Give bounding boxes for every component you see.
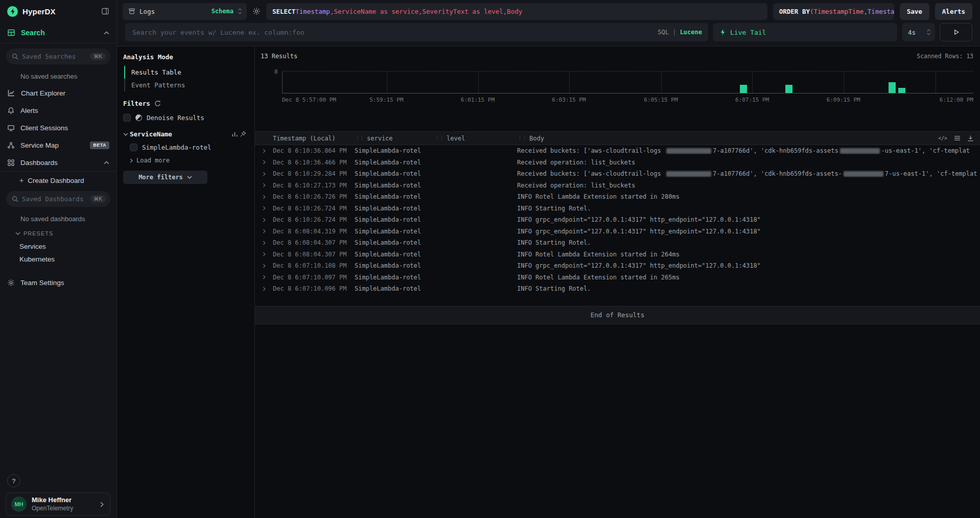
saved-searches-input[interactable] — [22, 53, 86, 60]
row-density-icon[interactable] — [954, 135, 961, 141]
row-expand-chevron-icon[interactable] — [255, 218, 273, 222]
table-row[interactable]: Dec 8 6:10:27.173 PMSimpleLambda-rotelRe… — [255, 180, 980, 192]
table-row[interactable]: Dec 8 6:07:10.108 PMSimpleLambda-rotelIN… — [255, 260, 980, 272]
row-expand-chevron-icon[interactable] — [255, 195, 273, 199]
chart-plot[interactable]: 8 — [282, 71, 973, 93]
preset-services[interactable]: Services — [0, 240, 116, 253]
cmd-k-badge: ⌘K — [90, 195, 106, 203]
sidebar-item-service-map[interactable]: Service Map BETA — [0, 136, 116, 154]
bell-icon — [7, 107, 15, 114]
alerts-button[interactable]: Alerts — [935, 3, 972, 20]
schema-link[interactable]: Schema — [212, 8, 234, 15]
select-carets-icon — [926, 29, 931, 35]
sidebar-item-alerts[interactable]: Alerts — [0, 102, 116, 119]
table-row[interactable]: Dec 8 6:08:04.319 PMSimpleLambda-rotelIN… — [255, 226, 980, 238]
table-body: Dec 8 6:10:36.864 PMSimpleLambda-rotelRe… — [255, 145, 980, 295]
saved-searches-search[interactable]: ⌘K — [6, 49, 110, 64]
create-dashboard-button[interactable]: + Create Dashboard — [0, 172, 116, 189]
live-tail-button[interactable]: Live Tail — [713, 23, 897, 41]
results-histogram: 8 Dec 8 5:57:00 PM5:59:15 PM6:01:15 PM6:… — [282, 71, 973, 105]
row-expand-chevron-icon[interactable] — [255, 252, 273, 256]
lang-sql[interactable]: SQL — [658, 29, 669, 36]
event-search-box[interactable]: SQL | Lucene — [125, 23, 708, 41]
analysis-mode-event-patterns[interactable]: Event Patterns — [124, 79, 246, 91]
histogram-bar[interactable] — [740, 85, 747, 93]
query-token: ServiceName as service — [334, 8, 418, 15]
save-button[interactable]: Save — [900, 3, 929, 20]
preset-kubernetes[interactable]: Kubernetes — [0, 253, 116, 266]
more-filters-button[interactable]: More filters — [123, 171, 207, 184]
denoise-checkbox[interactable] — [123, 114, 131, 122]
order-by-editor[interactable]: ORDER BY (TimestampTime, Timestamp) DESC — [773, 3, 894, 20]
load-more-button[interactable]: Load more — [130, 157, 246, 164]
row-expand-chevron-icon[interactable] — [255, 241, 273, 245]
row-expand-chevron-icon[interactable] — [255, 264, 273, 268]
select-carets-icon — [238, 8, 242, 14]
refresh-icon[interactable] — [154, 100, 161, 107]
facet-value-checkbox[interactable] — [130, 144, 137, 151]
sidebar-item-client-sessions[interactable]: Client Sessions — [0, 119, 116, 136]
table-row[interactable]: Dec 8 6:10:26.724 PMSimpleLambda-rotelIN… — [255, 214, 980, 226]
table-row[interactable]: Dec 8 6:08:04.307 PMSimpleLambda-rotelIN… — [255, 237, 980, 249]
sidebar-item-search[interactable]: Search — [0, 22, 116, 43]
drag-handle-icon[interactable]: ⋮⋮ — [517, 135, 526, 142]
row-expand-chevron-icon[interactable] — [255, 275, 273, 279]
row-expand-chevron-icon[interactable] — [255, 287, 273, 291]
analysis-mode-results-table[interactable]: Results Table — [124, 66, 246, 79]
help-button[interactable]: ? — [7, 474, 20, 487]
refresh-interval-select[interactable]: 4s — [902, 23, 935, 41]
row-expand-chevron-icon[interactable] — [255, 183, 273, 187]
event-search-input[interactable] — [132, 29, 652, 36]
user-card[interactable]: MH Mike Heffner OpenTelemetry — [6, 492, 110, 516]
source-select[interactable]: Logs Schema — [123, 3, 247, 20]
source-settings-gear-icon[interactable] — [252, 7, 261, 15]
histogram-bar[interactable] — [889, 82, 896, 93]
table-row[interactable]: Dec 8 6:10:36.864 PMSimpleLambda-rotelRe… — [255, 145, 980, 157]
sidebar-item-team-settings[interactable]: Team Settings — [0, 274, 116, 291]
table-row[interactable]: Dec 8 6:08:04.307 PMSimpleLambda-rotelIN… — [255, 249, 980, 261]
row-expand-chevron-icon[interactable] — [255, 229, 273, 233]
row-expand-chevron-icon[interactable] — [255, 172, 273, 176]
x-axis-tick: 6:03:15 PM — [552, 97, 586, 103]
presets-toggle[interactable]: PRESETS — [0, 227, 116, 240]
cell-body: INFO Rotel Lambda Extension started in 2… — [517, 274, 980, 281]
drag-handle-icon[interactable]: ⋮⋮ — [355, 135, 364, 142]
table-row[interactable]: Dec 8 6:07:10.096 PMSimpleLambda-rotelIN… — [255, 283, 980, 295]
sidebar-item-dashboards[interactable]: Dashboards — [0, 154, 116, 171]
lang-lucene[interactable]: Lucene — [680, 29, 702, 36]
table-row[interactable]: Dec 8 6:10:29.284 PMSimpleLambda-rotelRe… — [255, 168, 980, 180]
table-row[interactable]: Dec 8 6:10:26.724 PMSimpleLambda-rotelIN… — [255, 203, 980, 215]
table-row[interactable]: Dec 8 6:10:36.466 PMSimpleLambda-rotelRe… — [255, 157, 980, 169]
saved-dashboards-search[interactable]: ⌘K — [6, 191, 110, 207]
cell-service: SimpleLambda-rotel — [355, 216, 434, 223]
histogram-bar[interactable] — [898, 88, 905, 93]
chevron-up-icon[interactable] — [104, 31, 109, 35]
sidebar-item-chart-explorer[interactable]: Chart Explorer — [0, 84, 116, 102]
chevron-up-icon[interactable] — [104, 161, 109, 164]
cell-body: INFO grpc_endpoint="127.0.0.1:4317" http… — [517, 228, 980, 235]
facet-servicename-header[interactable]: ServiceName — [123, 130, 246, 138]
col-header-timestamp[interactable]: Timestamp (Local) — [273, 135, 355, 142]
facet-chart-icon[interactable] — [231, 131, 238, 137]
code-view-icon[interactable]: </> — [938, 135, 947, 141]
pin-icon[interactable] — [240, 131, 246, 137]
facet-value-row[interactable]: SimpleLambda-rotel — [123, 144, 246, 151]
x-axis-tick: Dec 8 5:57:00 PM — [282, 97, 336, 103]
row-expand-chevron-icon[interactable] — [255, 149, 273, 153]
table-row[interactable]: Dec 8 6:07:10.097 PMSimpleLambda-rotelIN… — [255, 272, 980, 284]
row-expand-chevron-icon[interactable] — [255, 160, 273, 164]
histogram-bar[interactable] — [785, 85, 792, 93]
saved-dashboards-input[interactable] — [22, 195, 86, 203]
denoise-results-toggle[interactable]: Denoise Results — [123, 114, 246, 122]
download-icon[interactable] — [967, 135, 974, 142]
col-header-body[interactable]: ⋮⋮Body — [517, 135, 934, 142]
select-query-editor[interactable]: SELECT Timestamp, ServiceName as service… — [266, 3, 767, 20]
sidebar-collapse-icon[interactable] — [101, 7, 109, 15]
col-header-level[interactable]: ⋮⋮level — [434, 135, 517, 142]
drag-handle-icon[interactable]: ⋮⋮ — [434, 135, 444, 142]
row-expand-chevron-icon[interactable] — [255, 206, 273, 210]
table-row[interactable]: Dec 8 6:10:26.726 PMSimpleLambda-rotelIN… — [255, 191, 980, 203]
col-header-service[interactable]: ⋮⋮service — [355, 135, 434, 142]
denoise-half-circle-icon — [135, 114, 142, 121]
run-query-button[interactable] — [940, 23, 972, 41]
